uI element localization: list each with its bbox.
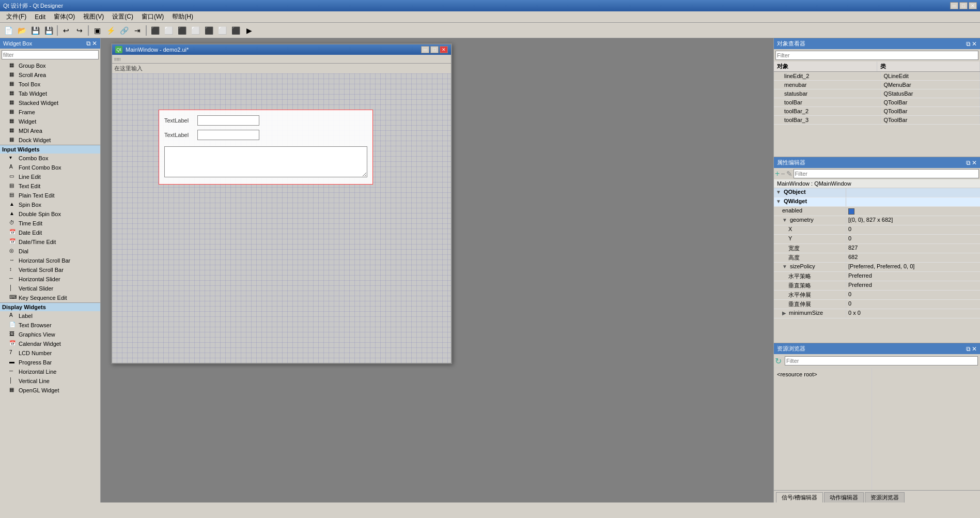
toolbar-preview[interactable]: ▶ <box>243 24 255 37</box>
toolbar-layout-v[interactable]: ⬜ <box>162 24 175 37</box>
category-display-widgets[interactable]: Display Widgets <box>0 302 100 311</box>
prop-row-y[interactable]: Y 0 <box>774 235 980 244</box>
widget-item-frame[interactable]: ▦ Frame <box>0 108 100 117</box>
toolbar-undo[interactable]: ↩ <box>60 24 72 37</box>
widget-item-text-edit[interactable]: ▤ Text Edit <box>0 181 100 191</box>
widget-item-time-edit[interactable]: ⏱ Time Edit <box>0 219 100 228</box>
toolbar-signal[interactable]: ⚡ <box>104 24 117 37</box>
checkbox-enabled[interactable] <box>848 208 854 215</box>
widget-item-graphics-view[interactable]: 🖼 Graphics View <box>0 330 100 339</box>
menu-settings[interactable]: 设置(C) <box>108 11 137 22</box>
expand-arrow-minsize[interactable]: ▶ <box>782 310 786 316</box>
widget-item-calendar[interactable]: 📅 Calendar Widget <box>0 339 100 348</box>
designer-canvas[interactable]: TextLabel TextLabel <box>112 73 451 363</box>
prop-row-width[interactable]: 宽度 827 <box>774 244 980 253</box>
toolbar-open[interactable]: 📂 <box>15 24 28 37</box>
designer-canvas-inner[interactable]: TextLabel TextLabel <box>112 73 451 363</box>
prop-row-sizepolicy[interactable]: ▼ sizePolicy [Preferred, Preferred, 0, 0… <box>774 263 980 272</box>
widget-item-hline[interactable]: ─ Horizontal Line <box>0 367 100 376</box>
expand-arrow-geometry[interactable]: ▼ <box>782 217 787 223</box>
toolbar-new[interactable]: 📄 <box>2 24 14 37</box>
resource-refresh-icon[interactable]: ↻ <box>775 356 782 366</box>
toolbar-layout-adj[interactable]: ⬛ <box>229 24 242 37</box>
obj-inspector-float[interactable]: ⧉ <box>966 40 971 48</box>
maximize-button[interactable]: □ <box>959 2 968 9</box>
widget-box-float[interactable]: ⧉ <box>86 40 91 47</box>
prop-row-vstretch[interactable]: 垂直伸展 0 <box>774 300 980 309</box>
expand-arrow-qwidget[interactable]: ▼ <box>776 199 781 204</box>
widget-item-tab-widget[interactable]: ▦ Tab Widget <box>0 89 100 98</box>
canvas-textedit[interactable] <box>164 146 367 177</box>
canvas-lineedit-1[interactable] <box>197 115 259 126</box>
widget-item-widget[interactable]: ▦ Widget <box>0 117 100 126</box>
resource-browser-float[interactable]: ⧉ <box>966 345 971 353</box>
widget-item-mdi-area[interactable]: ▦ MDI Area <box>0 126 100 135</box>
prop-row-hstretch[interactable]: 水平伸展 0 <box>774 291 980 300</box>
minimize-button[interactable]: ─ <box>950 2 958 9</box>
tab-signal-slot[interactable]: 信号/槽编辑器 <box>776 492 823 502</box>
widget-item-key-seq[interactable]: ⌨ Key Sequence Edit <box>0 293 100 302</box>
toolbar-buddy[interactable]: 🔗 <box>118 24 130 37</box>
expand-arrow-qobject[interactable]: ▼ <box>776 189 781 195</box>
prop-remove-icon[interactable]: − <box>781 170 785 178</box>
widget-item-progress-bar[interactable]: ▬ Progress Bar <box>0 358 100 367</box>
prop-add-icon[interactable]: + <box>775 169 780 178</box>
resource-browser-close[interactable]: ✕ <box>972 345 977 353</box>
toolbar-layout-form[interactable]: ⬜ <box>189 24 201 37</box>
widget-item-label[interactable]: A Label <box>0 311 100 321</box>
prop-editor-close[interactable]: ✕ <box>972 159 977 166</box>
widget-item-line-edit[interactable]: ▭ Line Edit <box>0 172 100 181</box>
toolbar-layout-g[interactable]: ⬛ <box>176 24 188 37</box>
obj-row-statusbar[interactable]: statusbar QStatusBar <box>774 89 980 98</box>
resource-filter-input[interactable] <box>785 356 978 365</box>
toolbar-layout-h[interactable]: ⬛ <box>149 24 161 37</box>
resource-tree-item[interactable]: <resource root> <box>776 370 869 378</box>
prop-edit-icon[interactable]: ✎ <box>786 170 792 178</box>
prop-row-hpolicy[interactable]: 水平策略 Preferred <box>774 272 980 281</box>
widget-item-dock-widget[interactable]: ▦ Dock Widget <box>0 135 100 145</box>
widget-item-stacked-widget[interactable]: ▦ Stacked Widget <box>0 98 100 108</box>
obj-row-toolbar3[interactable]: toolBar_3 QToolBar <box>774 116 980 125</box>
widget-item-font-combo-box[interactable]: A Font Combo Box <box>0 163 100 172</box>
prop-row-vpolicy[interactable]: 垂直策略 Preferred <box>774 281 980 291</box>
widget-item-vslider[interactable]: │ Vertical Slider <box>0 284 100 293</box>
menu-edit[interactable]: Edit <box>30 12 50 22</box>
designer-minimize-btn[interactable]: ─ <box>421 46 429 53</box>
tab-action-editor[interactable]: 动作编辑器 <box>824 492 864 502</box>
prop-row-enabled[interactable]: enabled <box>774 207 980 216</box>
designer-close-btn[interactable]: ✕ <box>440 46 448 53</box>
widget-item-double-spin-box[interactable]: ▲ Double Spin Box <box>0 209 100 219</box>
object-inspector-filter-input[interactable] <box>775 51 978 60</box>
toolbar-layout-fill[interactable]: ⬜ <box>216 24 228 37</box>
widget-item-hscrollbar[interactable]: ↔ Horizontal Scroll Bar <box>0 256 100 265</box>
prop-editor-float[interactable]: ⧉ <box>966 159 971 166</box>
widget-item-spin-box[interactable]: ▲ Spin Box <box>0 200 100 209</box>
widget-item-opengl[interactable]: ▦ OpenGL Widget <box>0 386 100 395</box>
widget-item-date-edit[interactable]: 📅 Date Edit <box>0 228 100 237</box>
widget-item-plain-text-edit[interactable]: ▤ Plain Text Edit <box>0 191 100 200</box>
canvas-widget-group[interactable]: TextLabel TextLabel <box>159 110 373 185</box>
canvas-lineedit-2[interactable] <box>197 130 259 140</box>
tab-resource-browser[interactable]: 资源浏览器 <box>865 492 905 502</box>
widget-item-lcd[interactable]: 7 LCD Number <box>0 348 100 358</box>
close-button[interactable]: ✕ <box>969 2 977 9</box>
toolbar-widget-editor[interactable]: ▣ <box>91 24 103 37</box>
toolbar-save2[interactable]: 💾 <box>42 24 55 37</box>
obj-row-toolbar[interactable]: toolBar QToolBar <box>774 98 980 107</box>
widget-item-vscrollbar[interactable]: ↕ Vertical Scroll Bar <box>0 265 100 275</box>
prop-row-geometry[interactable]: ▼ geometry [(0, 0), 827 x 682] <box>774 216 980 225</box>
widget-item-text-browser[interactable]: 📄 Text Browser <box>0 321 100 330</box>
property-filter-input[interactable] <box>794 169 979 178</box>
widget-item-tool-box[interactable]: ▦ Tool Box <box>0 80 100 89</box>
expand-arrow-sizepolicy[interactable]: ▼ <box>782 264 787 269</box>
prop-row-minsize[interactable]: ▶ minimumSize 0 x 0 <box>774 309 980 318</box>
widget-box-close[interactable]: ✕ <box>92 40 97 47</box>
toolbar-redo[interactable]: ↪ <box>73 24 86 37</box>
widget-item-group-box[interactable]: ▦ Group Box <box>0 61 100 70</box>
toolbar-layout-break[interactable]: ⬛ <box>203 24 215 37</box>
widget-item-hslider[interactable]: ─ Horizontal Slider <box>0 275 100 284</box>
menu-window[interactable]: 窗口(W) <box>137 11 168 22</box>
menu-help[interactable]: 帮助(H) <box>168 11 197 22</box>
category-input-widgets[interactable]: Input Widgets <box>0 145 100 154</box>
widget-box-filter-input[interactable] <box>2 50 99 59</box>
